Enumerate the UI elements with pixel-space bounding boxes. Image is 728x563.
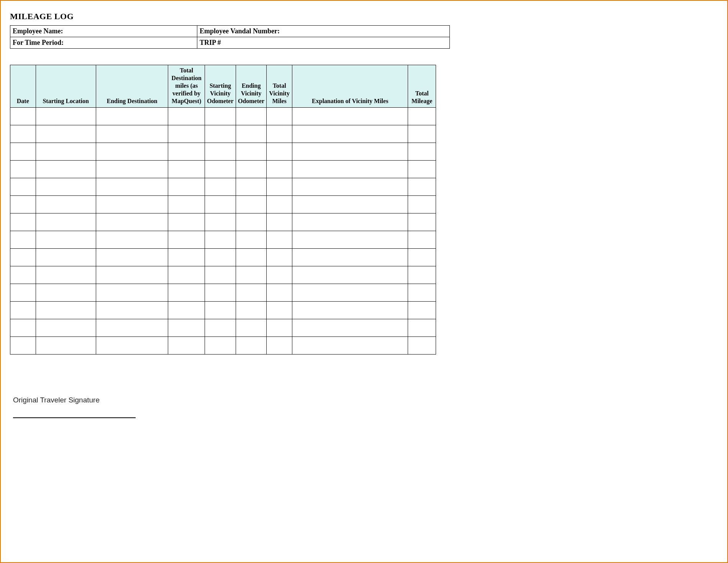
table-cell: [10, 125, 36, 143]
table-cell: [10, 249, 36, 266]
table-cell: [36, 196, 96, 213]
table-cell: [408, 249, 436, 266]
table-cell: [96, 108, 168, 125]
table-cell: [96, 178, 168, 196]
table-row: [10, 284, 436, 302]
table-cell: [168, 266, 205, 284]
time-period-cell: For Time Period:: [10, 37, 197, 49]
table-cell: [168, 125, 205, 143]
table-cell: [408, 266, 436, 284]
table-cell: [292, 125, 408, 143]
table-cell: [96, 196, 168, 213]
table-cell: [408, 284, 436, 302]
table-cell: [408, 337, 436, 355]
table-cell: [36, 249, 96, 266]
table-cell: [168, 143, 205, 161]
table-cell: [236, 319, 267, 337]
table-row: [10, 161, 436, 178]
table-cell: [236, 284, 267, 302]
table-cell: [36, 178, 96, 196]
signature-line: [13, 417, 136, 418]
table-cell: [408, 196, 436, 213]
table-cell: [205, 284, 236, 302]
table-cell: [292, 196, 408, 213]
table-cell: [96, 337, 168, 355]
table-cell: [236, 231, 267, 249]
table-cell: [10, 196, 36, 213]
table-cell: [168, 337, 205, 355]
table-cell: [408, 319, 436, 337]
table-cell: [96, 302, 168, 319]
info-table: Employee Name: Employee Vandal Number: F…: [10, 25, 450, 49]
table-cell: [267, 213, 292, 231]
table-cell: [267, 143, 292, 161]
table-cell: [205, 213, 236, 231]
employee-vandal-cell: Employee Vandal Number:: [197, 26, 450, 37]
table-cell: [10, 302, 36, 319]
table-cell: [10, 284, 36, 302]
table-cell: [408, 178, 436, 196]
table-cell: [236, 178, 267, 196]
table-cell: [36, 302, 96, 319]
table-row: [10, 319, 436, 337]
table-cell: [408, 231, 436, 249]
table-cell: [168, 196, 205, 213]
table-cell: [205, 125, 236, 143]
table-cell: [36, 143, 96, 161]
table-cell: [10, 266, 36, 284]
table-cell: [408, 108, 436, 125]
table-cell: [236, 161, 267, 178]
col-total-destination-miles: Total Destination miles (as verified by …: [168, 65, 205, 108]
table-cell: [292, 213, 408, 231]
table-cell: [267, 231, 292, 249]
table-cell: [267, 319, 292, 337]
table-cell: [292, 266, 408, 284]
col-starting-vicinity-odometer: Starting Vicinity Odometer: [205, 65, 236, 108]
table-cell: [36, 284, 96, 302]
table-cell: [267, 302, 292, 319]
table-cell: [10, 108, 36, 125]
table-cell: [10, 161, 36, 178]
col-date: Date: [10, 65, 36, 108]
table-cell: [236, 196, 267, 213]
table-row: [10, 249, 436, 266]
table-cell: [10, 143, 36, 161]
table-row: [10, 213, 436, 231]
table-cell: [205, 249, 236, 266]
table-cell: [267, 161, 292, 178]
table-cell: [96, 249, 168, 266]
table-cell: [96, 284, 168, 302]
table-cell: [267, 266, 292, 284]
table-cell: [10, 213, 36, 231]
page-title: MILEAGE LOG: [10, 11, 450, 21]
table-cell: [205, 196, 236, 213]
col-ending-destination: Ending Destination: [96, 65, 168, 108]
table-cell: [168, 302, 205, 319]
table-cell: [267, 125, 292, 143]
table-cell: [36, 231, 96, 249]
table-row: [10, 337, 436, 355]
table-row: [10, 231, 436, 249]
table-cell: [36, 108, 96, 125]
table-cell: [10, 337, 36, 355]
document-content: MILEAGE LOG Employee Name: Employee Vand…: [10, 8, 450, 418]
table-cell: [292, 108, 408, 125]
table-cell: [292, 231, 408, 249]
table-row: [10, 302, 436, 319]
table-cell: [205, 319, 236, 337]
table-cell: [292, 319, 408, 337]
table-cell: [236, 213, 267, 231]
table-cell: [236, 266, 267, 284]
table-cell: [36, 161, 96, 178]
table-cell: [205, 302, 236, 319]
table-cell: [292, 249, 408, 266]
table-cell: [236, 108, 267, 125]
table-cell: [267, 178, 292, 196]
table-cell: [408, 125, 436, 143]
table-cell: [205, 161, 236, 178]
header-row: Date Starting Location Ending Destinatio…: [10, 65, 436, 108]
col-starting-location: Starting Location: [36, 65, 96, 108]
table-cell: [10, 319, 36, 337]
table-cell: [408, 143, 436, 161]
table-row: [10, 196, 436, 213]
